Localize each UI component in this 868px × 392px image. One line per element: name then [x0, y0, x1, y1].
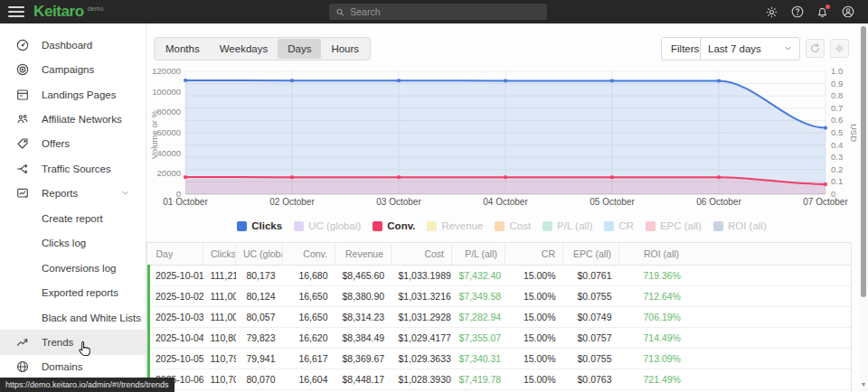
sidebar-label: Campaigns — [42, 64, 94, 75]
column-header-clicks[interactable]: Clicks — [203, 243, 236, 265]
svg-text:07 October: 07 October — [803, 197, 848, 207]
legend-label: Cost — [509, 220, 531, 231]
column-header-revenue[interactable]: Revenue — [335, 243, 392, 265]
notifications-bell-icon[interactable] — [815, 5, 830, 20]
legend-item-roi-all[interactable]: ROI (all) — [713, 220, 767, 231]
sidebar-item-domains[interactable]: Domains — [0, 355, 146, 379]
column-header-p-l-all[interactable]: P/L (all) — [452, 243, 505, 265]
offers-tag-icon — [14, 136, 30, 152]
legend-swatch — [237, 221, 247, 231]
legend-item-conv[interactable]: Conv. — [373, 220, 415, 231]
svg-text:60000: 60000 — [157, 127, 181, 137]
sidebar-item-black-white-lists[interactable]: Black and White Lists — [0, 305, 146, 330]
sidebar-item-exported-reports[interactable]: Exported reports — [0, 280, 146, 304]
legend-label: CR — [618, 220, 634, 231]
scrollbar-thumb[interactable] — [861, 26, 866, 297]
svg-text:0.9: 0.9 — [831, 79, 843, 89]
legend-item-revenue[interactable]: Revenue — [427, 220, 483, 231]
cell: $0.0749 — [563, 306, 619, 327]
column-header-conv[interactable]: Conv. — [283, 243, 335, 265]
svg-text:40000: 40000 — [157, 148, 181, 158]
legend-item-cost[interactable]: Cost — [495, 220, 531, 231]
search-input[interactable] — [350, 6, 541, 17]
legend-label: Conv. — [387, 220, 415, 231]
legend-item-clicks[interactable]: Clicks — [237, 220, 282, 231]
scrollbar-down-arrow[interactable]: ▼ — [860, 381, 867, 388]
trends-chart: 02000040000600008000010000012000000.10.2… — [149, 67, 862, 211]
svg-text:20000: 20000 — [157, 168, 181, 178]
domains-globe-icon — [14, 359, 30, 375]
tab-months[interactable]: Months — [156, 39, 210, 59]
sidebar-item-clicks-log[interactable]: Clicks log — [0, 231, 146, 256]
sidebar-label: Black and White Lists — [42, 313, 141, 323]
column-header-epc-all[interactable]: EPC (all) — [563, 243, 619, 265]
notification-badge — [826, 5, 830, 9]
legend-label: UC (global) — [308, 220, 361, 231]
reports-chart-icon — [14, 186, 30, 201]
settings-gear-icon[interactable] — [764, 5, 779, 20]
cell: 79,941 — [236, 348, 283, 369]
page-scrollbar[interactable]: ▼ — [859, 23, 868, 392]
column-header-day[interactable]: Day — [149, 243, 203, 265]
cell: $1,031.3216 — [392, 285, 452, 306]
user-avatar-icon[interactable] — [840, 5, 855, 20]
cell: $7,349.58 — [452, 285, 505, 306]
legend-item-uc-global[interactable]: UC (global) — [294, 220, 361, 231]
legend-item-epc-all[interactable]: EPC (all) — [646, 220, 702, 231]
chart-settings-button[interactable] — [830, 39, 849, 58]
legend-item-cr[interactable]: CR — [604, 220, 634, 231]
hamburger-menu-icon[interactable] — [8, 6, 24, 17]
sidebar-label: Clicks log — [42, 238, 86, 248]
legend-label: P/L (all) — [557, 220, 592, 231]
cell: $7,419.78 — [452, 369, 505, 389]
cell: 2025-10-02 — [149, 285, 203, 306]
svg-text:02 October: 02 October — [269, 197, 315, 207]
cell: $8,314.23 — [335, 306, 392, 327]
cell: $7,340.31 — [452, 348, 505, 369]
sidebar-item-reports[interactable]: Reports — [0, 182, 146, 206]
cell: $1,029.3633 — [392, 348, 452, 369]
tab-days[interactable]: Days — [278, 39, 321, 59]
legend-swatch — [542, 221, 552, 231]
refresh-button[interactable] — [806, 39, 825, 58]
sidebar-item-dashboard[interactable]: Dashboard — [0, 33, 146, 57]
keitaro-logo[interactable]: Keitaro — [33, 0, 84, 23]
sidebar-item-landings-pages[interactable]: Landings Pages — [0, 82, 146, 107]
cell: 16,650 — [283, 306, 335, 327]
tab-hours[interactable]: Hours — [321, 39, 369, 59]
help-icon[interactable] — [789, 5, 805, 20]
cell: 111,00 — [203, 306, 236, 327]
column-header-cr[interactable]: CR — [505, 243, 563, 265]
tab-weekdays[interactable]: Weekdays — [210, 39, 278, 59]
landing-page-icon — [14, 87, 30, 102]
sidebar-item-offers[interactable]: Offers — [0, 132, 146, 156]
cell: 706.19% — [619, 306, 853, 327]
date-range-select[interactable]: Last 7 days — [700, 37, 800, 61]
sidebar-label: Affiliate Networks — [42, 114, 122, 125]
table-row: 2025-10-04110,8079,82316,620$8,384.49$1,… — [149, 327, 853, 348]
sidebar-item-create-report[interactable]: Create report — [0, 206, 146, 230]
cell: 80,070 — [236, 369, 283, 389]
sidebar-item-trends[interactable]: Trends — [0, 330, 146, 354]
table-row: 2025-10-05110,7979,94116,617$8,369.67$1,… — [149, 348, 853, 369]
sidebar-item-affiliate-networks[interactable]: Affiliate Networks — [0, 107, 146, 131]
date-range-value: Last 7 days — [708, 43, 761, 54]
column-header-roi-all[interactable]: ROI (all) — [619, 243, 853, 265]
cell: $8,380.90 — [335, 285, 392, 306]
legend-item-p-l-all[interactable]: P/L (all) — [542, 220, 592, 231]
cell: 2025-10-03 — [149, 306, 203, 327]
column-header-cost[interactable]: Cost — [392, 243, 452, 265]
svg-text:0.5: 0.5 — [831, 127, 843, 137]
sidebar-item-campaigns[interactable]: Campaigns — [0, 57, 146, 81]
sidebar-item-traffic-sources[interactable]: Traffic Sources — [0, 156, 146, 181]
trends-table: DayClicksUC (global)Conv.RevenueCostP/L … — [147, 243, 852, 392]
sidebar-item-conversions-log[interactable]: Conversions log — [0, 256, 146, 280]
global-search[interactable] — [329, 4, 547, 20]
cell: $1,033.1989 — [392, 265, 452, 285]
cell: $8,448.17 — [335, 369, 392, 389]
table-row: 2025-10-01111,2180,17316,680$8,465.60$1,… — [149, 265, 853, 285]
cell: 15.00% — [505, 348, 563, 369]
sidebar-label: Exported reports — [42, 287, 118, 298]
column-header-uc-global[interactable]: UC (global) — [236, 243, 283, 265]
cell: 16,650 — [283, 285, 335, 306]
